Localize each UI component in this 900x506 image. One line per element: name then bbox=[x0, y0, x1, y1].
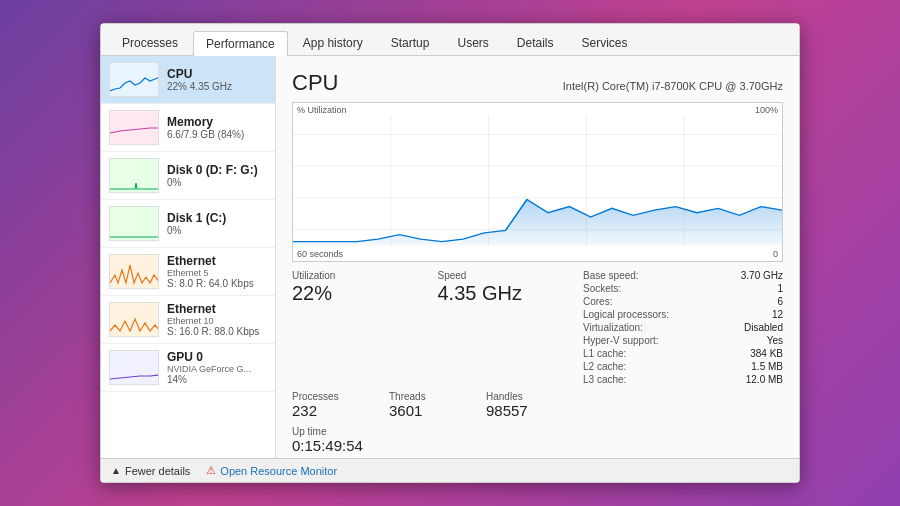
sidebar-item-ethernet1[interactable]: Ethernet Ethernet 5 S: 8.0 R: 64.0 Kbps bbox=[101, 248, 275, 296]
main-content: CPU 22% 4.35 GHz Memory 6.6/7.9 GB (84%) bbox=[101, 56, 799, 458]
cpu-thumbnail bbox=[109, 62, 159, 97]
sidebar-item-ethernet2[interactable]: Ethernet Ethernet 10 S: 16.0 R: 88.0 Kbp… bbox=[101, 296, 275, 344]
disk0-sidebar-subtitle: 0% bbox=[167, 177, 267, 188]
ethernet2-sidebar-info: Ethernet Ethernet 10 S: 16.0 R: 88.0 Kbp… bbox=[167, 302, 267, 337]
detail-val-sockets: 1 bbox=[777, 283, 783, 294]
detail-key-cores: Cores: bbox=[583, 296, 612, 307]
footer: ▲ Fewer details ⚠ Open Resource Monitor bbox=[101, 458, 799, 482]
tab-app-history[interactable]: App history bbox=[290, 30, 376, 55]
ethernet2-sidebar-subtitle2: Ethernet 10 bbox=[167, 316, 267, 326]
handles-value: 98557 bbox=[486, 402, 571, 420]
detail-l2cache: L2 cache: 1.5 MB bbox=[583, 361, 783, 372]
main-header: CPU Intel(R) Core(TM) i7-8700K CPU @ 3.7… bbox=[292, 70, 783, 96]
uptime-value: 0:15:49:54 bbox=[292, 437, 783, 454]
fewer-details-label: Fewer details bbox=[125, 465, 190, 477]
utilization-value: 22% bbox=[292, 281, 438, 305]
disk0-thumbnail bbox=[109, 158, 159, 193]
detail-val-basespeed: 3.70 GHz bbox=[741, 270, 783, 281]
processor-label: Intel(R) Core(TM) i7-8700K CPU @ 3.70GHz bbox=[563, 80, 783, 92]
uptime-label: Up time bbox=[292, 426, 783, 437]
gpu-sidebar-title: GPU 0 bbox=[167, 350, 267, 364]
ethernet2-sidebar-title: Ethernet bbox=[167, 302, 267, 316]
sidebar-item-disk1[interactable]: Disk 1 (C:) 0% bbox=[101, 200, 275, 248]
utilization-label: Utilization bbox=[292, 270, 438, 281]
detail-val-logicalproc: 12 bbox=[772, 309, 783, 320]
memory-sidebar-info: Memory 6.6/7.9 GB (84%) bbox=[167, 115, 267, 140]
threads-label: Threads bbox=[389, 391, 474, 402]
detail-key-sockets: Sockets: bbox=[583, 283, 621, 294]
detail-key-l3: L3 cache: bbox=[583, 374, 626, 385]
cpu-sidebar-subtitle: 22% 4.35 GHz bbox=[167, 81, 267, 92]
tab-performance[interactable]: Performance bbox=[193, 31, 288, 56]
gpu-sidebar-subtitle2: NVIDIA GeForce G... bbox=[167, 364, 267, 374]
detail-val-l1: 384 KB bbox=[750, 348, 783, 359]
speed-value: 4.35 GHz bbox=[438, 281, 584, 305]
ethernet2-sidebar-subtitle: S: 16.0 R: 88.0 Kbps bbox=[167, 326, 267, 337]
threads-stat: Threads 3601 bbox=[389, 391, 474, 420]
fewer-details-button[interactable]: ▲ Fewer details bbox=[111, 465, 190, 477]
cpu-sidebar-title: CPU bbox=[167, 67, 267, 81]
tab-users[interactable]: Users bbox=[444, 30, 501, 55]
detail-key-hyperv: Hyper-V support: bbox=[583, 335, 659, 346]
processes-row: Processes 232 Threads 3601 Handles 98557 bbox=[292, 391, 783, 420]
main-title: CPU bbox=[292, 70, 338, 96]
processes-value: 232 bbox=[292, 402, 377, 420]
detail-l1cache: L1 cache: 384 KB bbox=[583, 348, 783, 359]
ethernet1-sidebar-subtitle2: Ethernet 5 bbox=[167, 268, 267, 278]
open-resource-monitor-link[interactable]: ⚠ Open Resource Monitor bbox=[206, 464, 337, 477]
detail-val-hyperv: Yes bbox=[767, 335, 783, 346]
tab-services[interactable]: Services bbox=[569, 30, 641, 55]
detail-virtualization: Virtualization: Disabled bbox=[583, 322, 783, 333]
stats-row: Utilization 22% Speed 4.35 GHz Base spee… bbox=[292, 270, 783, 387]
tab-bar: Processes Performance App history Startu… bbox=[101, 24, 799, 56]
sidebar: CPU 22% 4.35 GHz Memory 6.6/7.9 GB (84%) bbox=[101, 56, 276, 458]
detail-basespeed: Base speed: 3.70 GHz bbox=[583, 270, 783, 281]
disk1-thumbnail bbox=[109, 206, 159, 241]
detail-val-cores: 6 bbox=[777, 296, 783, 307]
disk0-sidebar-info: Disk 0 (D: F: G:) 0% bbox=[167, 163, 267, 188]
sidebar-item-cpu[interactable]: CPU 22% 4.35 GHz bbox=[101, 56, 275, 104]
ethernet1-sidebar-subtitle: S: 8.0 R: 64.0 Kbps bbox=[167, 278, 267, 289]
speed-stat: Speed 4.35 GHz bbox=[438, 270, 584, 387]
detail-val-virt: Disabled bbox=[744, 322, 783, 333]
detail-key-basespeed: Base speed: bbox=[583, 270, 639, 281]
sidebar-item-disk0[interactable]: Disk 0 (D: F: G:) 0% bbox=[101, 152, 275, 200]
disk0-sidebar-title: Disk 0 (D: F: G:) bbox=[167, 163, 267, 177]
threads-value: 3601 bbox=[389, 402, 474, 420]
ethernet2-thumbnail bbox=[109, 302, 159, 337]
tab-processes[interactable]: Processes bbox=[109, 30, 191, 55]
detail-logicalproc: Logical processors: 12 bbox=[583, 309, 783, 320]
memory-sidebar-title: Memory bbox=[167, 115, 267, 129]
detail-key-l1: L1 cache: bbox=[583, 348, 626, 359]
detail-sockets: Sockets: 1 bbox=[583, 283, 783, 294]
tab-details[interactable]: Details bbox=[504, 30, 567, 55]
speed-label: Speed bbox=[438, 270, 584, 281]
gpu-sidebar-info: GPU 0 NVIDIA GeForce G... 14% bbox=[167, 350, 267, 385]
task-manager-window: Processes Performance App history Startu… bbox=[100, 23, 800, 483]
cpu-sidebar-info: CPU 22% 4.35 GHz bbox=[167, 67, 267, 92]
disk1-sidebar-subtitle: 0% bbox=[167, 225, 267, 236]
uptime-section: Up time 0:15:49:54 bbox=[292, 426, 783, 454]
utilization-stat: Utilization 22% bbox=[292, 270, 438, 387]
tab-startup[interactable]: Startup bbox=[378, 30, 443, 55]
detail-key-l2: L2 cache: bbox=[583, 361, 626, 372]
processes-stat: Processes 232 bbox=[292, 391, 377, 420]
details-col: Base speed: 3.70 GHz Sockets: 1 Cores: 6… bbox=[583, 270, 783, 387]
sidebar-item-gpu[interactable]: GPU 0 NVIDIA GeForce G... 14% bbox=[101, 344, 275, 392]
ethernet1-sidebar-title: Ethernet bbox=[167, 254, 267, 268]
disk1-sidebar-info: Disk 1 (C:) 0% bbox=[167, 211, 267, 236]
monitor-icon: ⚠ bbox=[206, 464, 216, 477]
main-panel: CPU Intel(R) Core(TM) i7-8700K CPU @ 3.7… bbox=[276, 56, 799, 458]
detail-key-logicalproc: Logical processors: bbox=[583, 309, 669, 320]
detail-key-virt: Virtualization: bbox=[583, 322, 643, 333]
ethernet1-thumbnail bbox=[109, 254, 159, 289]
sidebar-item-memory[interactable]: Memory 6.6/7.9 GB (84%) bbox=[101, 104, 275, 152]
detail-val-l2: 1.5 MB bbox=[751, 361, 783, 372]
cpu-chart: % Utilization 100% 60 seconds 0 bbox=[292, 102, 783, 262]
gpu-sidebar-subtitle: 14% bbox=[167, 374, 267, 385]
disk1-sidebar-title: Disk 1 (C:) bbox=[167, 211, 267, 225]
gpu-thumbnail bbox=[109, 350, 159, 385]
handles-label: Handles bbox=[486, 391, 571, 402]
detail-cores: Cores: 6 bbox=[583, 296, 783, 307]
detail-l3cache: L3 cache: 12.0 MB bbox=[583, 374, 783, 385]
